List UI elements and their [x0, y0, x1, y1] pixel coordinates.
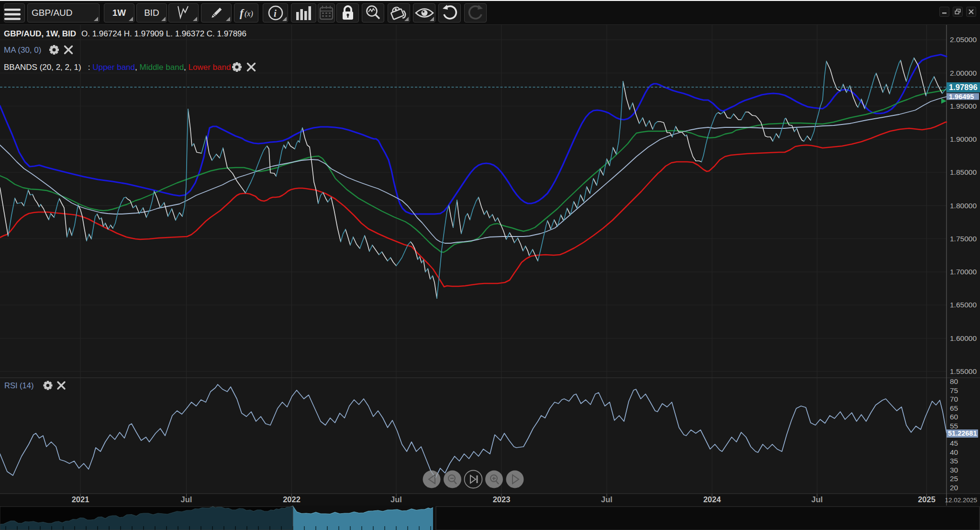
svg-text:30: 30 — [950, 466, 958, 474]
svg-text:1.97896: 1.97896 — [949, 83, 978, 91]
svg-text:45: 45 — [950, 439, 958, 447]
svg-text:70: 70 — [950, 395, 958, 403]
svg-text:Jul: Jul — [812, 495, 823, 504]
svg-text:55: 55 — [950, 422, 958, 430]
svg-text:2.05000: 2.05000 — [950, 35, 977, 44]
svg-text:Jul: Jul — [181, 495, 192, 504]
svg-text:2023: 2023 — [493, 495, 511, 504]
svg-text:2.00000: 2.00000 — [950, 69, 977, 77]
svg-text:12.02.2025: 12.02.2025 — [945, 496, 977, 504]
svg-text:35: 35 — [950, 457, 958, 465]
svg-text:RSI (14): RSI (14) — [4, 381, 33, 390]
svg-text:60: 60 — [950, 413, 958, 421]
svg-text:51.22681: 51.22681 — [948, 429, 977, 437]
svg-text:1.75000: 1.75000 — [950, 235, 977, 243]
svg-text:1.65000: 1.65000 — [950, 301, 977, 309]
svg-text:65: 65 — [950, 404, 958, 412]
svg-text:2021: 2021 — [72, 495, 89, 504]
svg-text:20: 20 — [950, 484, 958, 492]
svg-text:GBP/AUD, 1W, BID: GBP/AUD, 1W, BID — [4, 29, 76, 38]
svg-text:1.70000: 1.70000 — [950, 268, 977, 276]
svg-text:1.96495: 1.96495 — [949, 93, 974, 101]
svg-text:1.90000: 1.90000 — [950, 135, 977, 143]
svg-text:BBANDS (20, 2, 2, 1) : Upper: BBANDS (20, 2, 2, 1) : Upper band, Middl… — [4, 63, 231, 72]
svg-text:Jul: Jul — [601, 495, 612, 504]
svg-text:1.60000: 1.60000 — [950, 334, 977, 342]
svg-text:MA (30, 0): MA (30, 0) — [4, 45, 41, 55]
svg-text:75: 75 — [950, 386, 958, 395]
svg-text:80: 80 — [950, 377, 958, 385]
svg-text:1.95000: 1.95000 — [950, 102, 977, 110]
svg-text:25: 25 — [950, 474, 958, 483]
svg-text:1.85000: 1.85000 — [950, 168, 977, 176]
svg-text:40: 40 — [950, 448, 958, 456]
svg-text:2024: 2024 — [703, 495, 722, 504]
svg-text:2025: 2025 — [918, 495, 935, 504]
svg-text:1.55000: 1.55000 — [950, 367, 977, 375]
svg-text:O. 1.96724 H. 1.97909 L. 1.963: O. 1.96724 H. 1.97909 L. 1.96372 C. 1.97… — [81, 29, 246, 38]
svg-text:Jul: Jul — [390, 495, 402, 504]
svg-text:2022: 2022 — [283, 495, 301, 504]
svg-text:1.80000: 1.80000 — [950, 202, 977, 210]
